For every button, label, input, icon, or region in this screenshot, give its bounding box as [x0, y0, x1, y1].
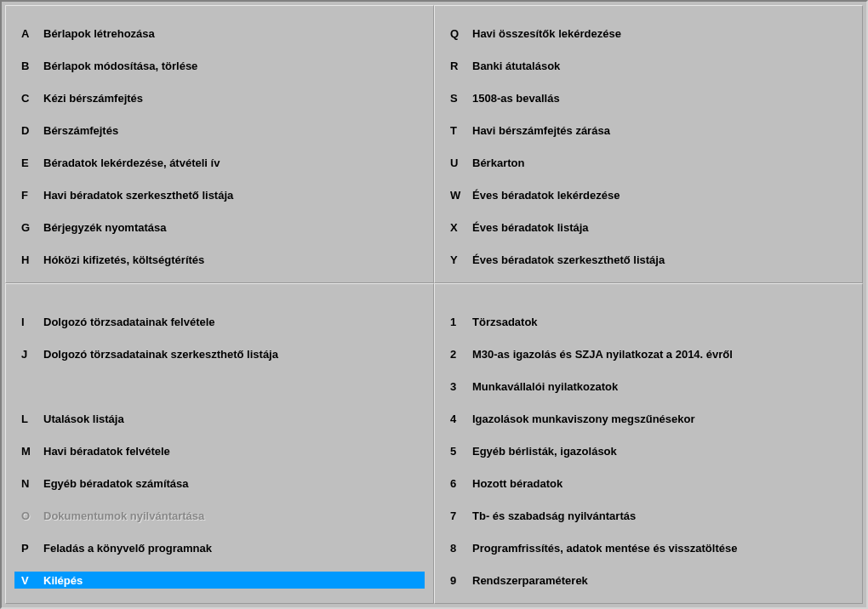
menu-item-label: Havi bérszámfejtés zárása — [472, 124, 847, 137]
menu-item-5[interactable]: 5Egyéb bérlisták, igazolások — [443, 442, 854, 459]
menu-item-T[interactable]: THavi bérszámfejtés zárása — [443, 122, 854, 139]
menu-item-P[interactable]: PFeladás a könyvelő programnak — [14, 539, 425, 556]
menu-item-Y[interactable]: YÉves béradatok szerkeszthető listája — [443, 251, 854, 268]
menu-item-label: Hozott béradatok — [472, 477, 847, 490]
menu-item-key: Y — [450, 253, 472, 266]
menu-item-key: T — [450, 124, 472, 137]
menu-item-D[interactable]: DBérszámfejtés — [14, 122, 425, 139]
menu-item-label: Feladás a könyvelő programnak — [43, 542, 418, 555]
menu-item-key: S — [450, 92, 472, 105]
menu-item-Q[interactable]: QHavi összesítők lekérdezése — [443, 25, 854, 42]
menu-item-key: O — [21, 509, 43, 522]
menu-item-label: Banki átutalások — [472, 60, 847, 72]
menu-item-7[interactable]: 7Tb- és szabadság nyilvántartás — [443, 507, 854, 524]
menu-item-label: Bérkarton — [472, 157, 847, 169]
menu-item-label: Törzsadatok — [472, 316, 847, 328]
menu-item-label: Béradatok lekérdezése, átvételi ív — [43, 157, 418, 169]
menu-item-key: J — [21, 348, 43, 361]
menu-item-key: N — [21, 477, 43, 490]
menu-item-6[interactable]: 6Hozott béradatok — [443, 475, 854, 492]
menu-item-label: Egyéb bérlisták, igazolások — [472, 445, 847, 458]
menu-item-key: R — [450, 60, 472, 72]
menu-item-W[interactable]: WÉves béradatok lekérdezése — [443, 186, 854, 203]
menu-item-1[interactable]: 1Törzsadatok — [443, 313, 854, 330]
menu-item-key: X — [450, 221, 472, 234]
menu-item-key: A — [21, 27, 43, 40]
menu-item-3[interactable]: 3Munkavállalói nyilatkozatok — [443, 378, 854, 395]
menu-item-9[interactable]: 9Rendszerparaméterek — [443, 572, 854, 589]
menu-item-key: L — [21, 413, 43, 425]
menu-item-label: Dolgozó törzsadatainak szerkeszthető lis… — [43, 348, 418, 361]
menu-item-label: Hóközi kifizetés, költségtérítés — [43, 253, 418, 266]
menu-item-R[interactable]: RBanki átutalások — [443, 57, 854, 74]
menu-item-key: E — [21, 157, 43, 169]
menu-item-label: Havi összesítők lekérdezése — [472, 27, 847, 40]
menu-quadrant-top-left: ABérlapok létrehozásaBBérlapok módosítás… — [5, 5, 434, 283]
menu-item-label: M30-as igazolás és SZJA nyilatkozat a 20… — [472, 348, 847, 361]
menu-item-key: 2 — [450, 348, 472, 361]
menu-item-key: 6 — [450, 477, 472, 490]
menu-item-L[interactable]: LUtalások listája — [14, 410, 425, 427]
menu-item-key: 8 — [450, 542, 472, 555]
menu-item-M[interactable]: MHavi béradatok felvétele — [14, 442, 425, 459]
menu-item-2[interactable]: 2M30-as igazolás és SZJA nyilatkozat a 2… — [443, 345, 854, 362]
menu-item-key: G — [21, 221, 43, 234]
menu-item-key: 4 — [450, 413, 472, 425]
menu-item-U[interactable]: UBérkarton — [443, 154, 854, 171]
menu-item-label: Havi béradatok felvétele — [43, 445, 418, 458]
menu-item-label: Munkavállalói nyilatkozatok — [472, 380, 847, 393]
menu-quadrant-bottom-left: IDolgozó törzsadatainak felvételeJDolgoz… — [5, 283, 434, 604]
menu-item-O[interactable]: ODokumentumok nyilvántartása — [14, 507, 425, 524]
menu-item-J[interactable]: JDolgozó törzsadatainak szerkeszthető li… — [14, 345, 425, 362]
menu-item-key: M — [21, 445, 43, 458]
menu-item-label: Kilépés — [43, 574, 418, 587]
menu-quadrant-bottom-right: 1Törzsadatok2M30-as igazolás és SZJA nyi… — [434, 283, 863, 604]
menu-item-key: H — [21, 253, 43, 266]
menu-item-E[interactable]: EBéradatok lekérdezése, átvételi ív — [14, 154, 425, 171]
menu-item-label: Dolgozó törzsadatainak felvétele — [43, 316, 418, 328]
menu-item-label: Bérlapok módosítása, törlése — [43, 60, 418, 72]
menu-item-label: Bérszámfejtés — [43, 124, 418, 137]
menu-grid: ABérlapok létrehozásaBBérlapok módosítás… — [5, 5, 863, 604]
menu-item-key: 5 — [450, 445, 472, 458]
menu-item-label: Éves béradatok lekérdezése — [472, 189, 847, 202]
menu-item-S[interactable]: S1508-as bevallás — [443, 89, 854, 106]
menu-quadrant-top-right: QHavi összesítők lekérdezéseRBanki átuta… — [434, 5, 863, 283]
menu-item-8[interactable]: 8Programfrissítés, adatok mentése és vis… — [443, 539, 854, 556]
main-menu-container: ABérlapok létrehozásaBBérlapok módosítás… — [0, 0, 868, 609]
menu-item-B[interactable]: BBérlapok módosítása, törlése — [14, 57, 425, 74]
menu-item-label: Bérlapok létrehozása — [43, 27, 418, 40]
menu-item-C[interactable]: CKézi bérszámfejtés — [14, 89, 425, 106]
menu-item-label: Programfrissítés, adatok mentése és viss… — [472, 542, 847, 555]
menu-item-key: 3 — [450, 380, 472, 393]
menu-item-label: Éves béradatok szerkeszthető listája — [472, 253, 847, 266]
menu-item-N[interactable]: NEgyéb béradatok számítása — [14, 475, 425, 492]
menu-item-key: W — [450, 189, 472, 202]
menu-item-key: I — [21, 316, 43, 328]
menu-item-key: Q — [450, 27, 472, 40]
menu-item-4[interactable]: 4Igazolások munkaviszony megszűnésekor — [443, 410, 854, 427]
menu-item-H[interactable]: HHóközi kifizetés, költségtérítés — [14, 251, 425, 268]
menu-item-key: U — [450, 157, 472, 169]
menu-item-key: V — [21, 574, 43, 587]
menu-item-label: Havi béradatok szerkeszthető listája — [43, 189, 418, 202]
menu-item-A[interactable]: ABérlapok létrehozása — [14, 25, 425, 42]
menu-item-label: Éves béradatok listája — [472, 221, 847, 234]
menu-item-F[interactable]: FHavi béradatok szerkeszthető listája — [14, 186, 425, 203]
menu-item-X[interactable]: XÉves béradatok listája — [443, 219, 854, 236]
menu-item-label: Tb- és szabadság nyilvántartás — [472, 509, 847, 522]
menu-item-key: 7 — [450, 509, 472, 522]
menu-item-label: Igazolások munkaviszony megszűnésekor — [472, 413, 847, 425]
menu-item-empty — [14, 378, 425, 395]
menu-item-label: Dokumentumok nyilvántartása — [43, 509, 418, 522]
menu-item-I[interactable]: IDolgozó törzsadatainak felvétele — [14, 313, 425, 330]
menu-item-key: 9 — [450, 574, 472, 587]
menu-item-label: Kézi bérszámfejtés — [43, 92, 418, 105]
menu-item-key: 1 — [450, 316, 472, 328]
menu-item-key: P — [21, 542, 43, 555]
menu-item-key: D — [21, 124, 43, 137]
menu-item-key: B — [21, 60, 43, 72]
menu-item-V[interactable]: VKilépés — [14, 572, 425, 589]
menu-item-label: Rendszerparaméterek — [472, 574, 847, 587]
menu-item-G[interactable]: GBérjegyzék nyomtatása — [14, 219, 425, 236]
